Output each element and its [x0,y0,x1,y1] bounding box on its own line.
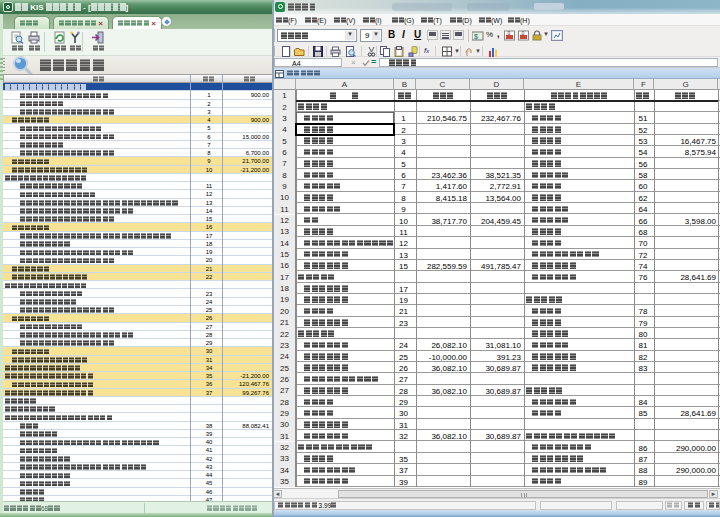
svg-text:.0: .0 [506,30,510,36]
svg-text:.0: .0 [520,30,524,36]
svg-text:$: $ [474,33,478,40]
